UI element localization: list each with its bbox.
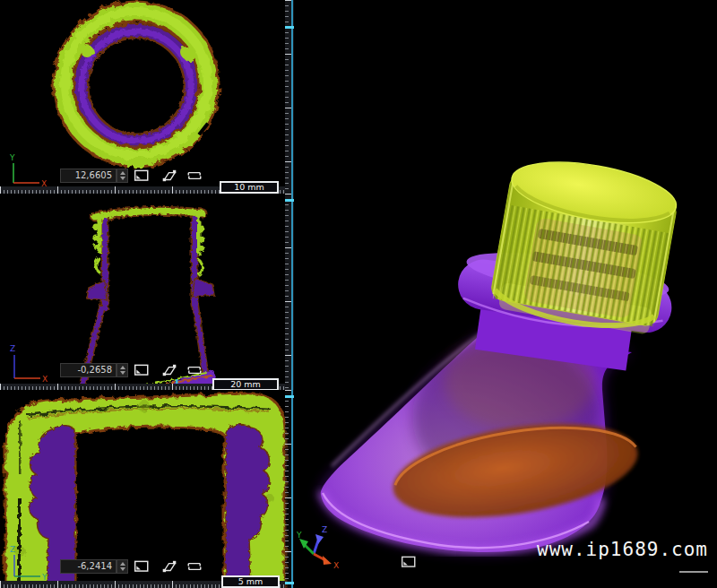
- slice-position-value: -6,2414: [61, 560, 116, 573]
- x-axis-arrow: [323, 556, 332, 565]
- clip-slab-button[interactable]: [186, 559, 203, 574]
- axis-v-label: Z: [10, 344, 15, 353]
- slice-position-value: -0,2658: [61, 364, 116, 376]
- axis-h-label: X: [42, 375, 48, 384]
- clip-slab-button[interactable]: [186, 169, 203, 183]
- top-slice-image[interactable]: Y X: [0, 0, 296, 194]
- slice-position-input[interactable]: -0,2658: [60, 363, 117, 377]
- fit-view-icon: [136, 566, 141, 569]
- slice-marker[interactable]: [285, 26, 294, 29]
- front-slice-view: Z X -0,2658 20 mm: [0, 194, 296, 390]
- step-up-icon[interactable]: [120, 562, 125, 566]
- scale-bar-label: 20 mm: [230, 380, 261, 389]
- volume-render-image[interactable]: Z Y X: [296, 0, 717, 588]
- scale-bar-label: 5 mm: [238, 577, 263, 586]
- fit-view-button[interactable]: [134, 559, 150, 574]
- top-slice-view: Y X 12,6605 10 mm: [0, 0, 296, 194]
- render-3d-view: Z Y X www.ip1689.com: [296, 0, 717, 588]
- slice-marker[interactable]: [285, 199, 294, 202]
- x-axis-label: X: [333, 561, 339, 570]
- watermark-underline: [679, 571, 708, 573]
- axis-v-label: Z: [10, 545, 15, 554]
- rotate-slice-icon: [164, 368, 175, 375]
- rotate-slice-icon: [164, 564, 175, 571]
- slice-position-value: 12,6605: [61, 169, 116, 182]
- rotate-slice-button[interactable]: [161, 559, 177, 574]
- watermark: www.ip1689.com: [537, 539, 708, 560]
- ct-inspection-app: Y X 12,6605 10 mm: [0, 0, 717, 588]
- slice-position-stepper[interactable]: [117, 559, 128, 574]
- slice-position-input[interactable]: 12,6605: [60, 169, 117, 183]
- scale-bar-label: 10 mm: [234, 183, 264, 192]
- slice-position-stepper[interactable]: [117, 169, 128, 183]
- clip-slab-icon: [188, 564, 201, 570]
- axis-v-label: Y: [9, 153, 15, 162]
- slice-marker[interactable]: [285, 395, 294, 398]
- thread-detail-image[interactable]: Z Y: [0, 390, 296, 588]
- slice-position-stepper[interactable]: [117, 363, 128, 377]
- neck-ring-cross-section: [81, 30, 192, 142]
- clip-slab-icon: [188, 173, 201, 179]
- step-down-icon[interactable]: [120, 371, 125, 375]
- fit-view-button[interactable]: [134, 169, 150, 183]
- rotate-slice-button[interactable]: [161, 169, 177, 183]
- fit-view-button[interactable]: [134, 363, 150, 377]
- rotate-slice-icon: [164, 173, 175, 180]
- fit-view-icon: [403, 561, 408, 565]
- step-down-icon[interactable]: [120, 177, 125, 180]
- scale-bar: 10 mm: [220, 181, 279, 194]
- rotate-slice-button[interactable]: [161, 363, 177, 377]
- y-axis-label: Y: [296, 531, 302, 540]
- bottle-cap: [488, 151, 682, 336]
- step-up-icon[interactable]: [120, 171, 125, 175]
- scale-bar: 20 mm: [212, 378, 279, 390]
- slice-position-input[interactable]: -6,2414: [60, 559, 117, 574]
- thread-detail-view: Z Y -6,2414 5 mm: [0, 390, 296, 588]
- orientation-axes: Z Y X: [296, 525, 339, 570]
- fit-view-button[interactable]: [401, 555, 417, 569]
- front-slice-image[interactable]: Z X: [0, 194, 296, 390]
- vertical-ruler: [285, 390, 294, 588]
- vertical-ruler: [285, 194, 294, 390]
- axis-indicator-2d: Z X: [10, 344, 48, 384]
- scale-bar: 5 mm: [221, 575, 280, 588]
- vertical-ruler: [285, 0, 294, 194]
- z-axis-label: Z: [322, 525, 327, 534]
- step-down-icon[interactable]: [120, 567, 125, 571]
- axis-indicator-2d: Y X: [9, 153, 47, 188]
- fit-view-icon: [136, 369, 141, 373]
- step-up-icon[interactable]: [120, 366, 125, 369]
- clip-slab-button[interactable]: [186, 363, 203, 377]
- clip-slab-icon: [188, 368, 201, 374]
- fit-view-icon: [136, 175, 141, 178]
- slice-marker[interactable]: [285, 582, 294, 584]
